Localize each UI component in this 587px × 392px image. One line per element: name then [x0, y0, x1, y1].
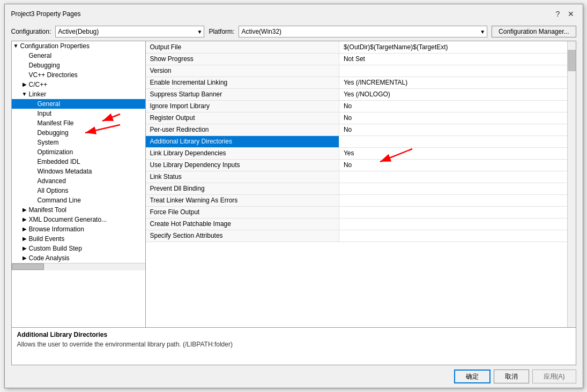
- config-select[interactable]: Active(Debug): [55, 26, 204, 37]
- table-row[interactable]: Ignore Import LibraryNo: [146, 100, 576, 112]
- table-row[interactable]: Force File Output: [146, 206, 576, 218]
- tree-expander-empty: [30, 139, 36, 146]
- tree-expander-empty: [30, 120, 36, 126]
- tree-scroll-thumb[interactable]: [12, 263, 44, 270]
- tree-horizontal-scrollbar[interactable]: [12, 263, 145, 270]
- tree-expander[interactable]: ▶: [21, 216, 28, 223]
- tree-item-label: Manifest File: [38, 119, 74, 127]
- table-row[interactable]: Link Status: [146, 171, 576, 183]
- prop-value[interactable]: Yes: [339, 147, 575, 159]
- table-row[interactable]: Enable Incremental LinkingYes (/INCREMEN…: [146, 77, 576, 88]
- table-row[interactable]: Create Hot Patchable Image: [146, 218, 576, 230]
- tree-expander-empty: [30, 159, 36, 165]
- prop-value[interactable]: [339, 183, 575, 194]
- tree-item-linker-manifest-file[interactable]: Manifest File: [12, 118, 145, 128]
- table-row[interactable]: Suppress Startup BannerYes (/NOLOGO): [146, 88, 576, 100]
- prop-value[interactable]: No: [339, 112, 575, 124]
- tree-item-xml-document-generator[interactable]: ▶XML Document Generato...: [12, 215, 145, 224]
- prop-value[interactable]: No: [339, 100, 575, 112]
- tree-item-linker-debugging[interactable]: Debugging: [12, 128, 145, 138]
- tree-item-general[interactable]: General: [12, 51, 145, 61]
- prop-value[interactable]: [339, 135, 575, 147]
- tree-item-linker-windows-metadata[interactable]: Windows Metadata: [12, 167, 145, 176]
- prop-value[interactable]: Not Set: [339, 53, 575, 65]
- tree-expander[interactable]: ▼: [13, 43, 19, 49]
- tree-expander[interactable]: ▶: [21, 255, 28, 261]
- tree-item-build-events[interactable]: ▶Build Events: [12, 234, 145, 244]
- table-row[interactable]: Specify Section Attributes: [146, 230, 576, 242]
- platform-label: Platform:: [209, 28, 234, 35]
- tree-item-debugging[interactable]: Debugging: [12, 61, 145, 70]
- table-row[interactable]: Show ProgressNot Set: [146, 53, 576, 65]
- tree-item-linker-advanced[interactable]: Advanced: [12, 176, 145, 186]
- props-scrollbar[interactable]: [567, 41, 576, 327]
- prop-value[interactable]: Yes (/NOLOGO): [339, 88, 575, 100]
- tree-item-manifest-tool[interactable]: ▶Manifest Tool: [12, 205, 145, 215]
- prop-value[interactable]: No: [339, 159, 575, 171]
- tree-item-linker-general[interactable]: General: [12, 99, 145, 109]
- tree-expander-empty: [30, 110, 36, 117]
- tree-expander[interactable]: ▼: [21, 91, 28, 97]
- configuration-manager-button[interactable]: Configuration Manager...: [492, 26, 576, 37]
- prop-name: Output File: [146, 41, 339, 53]
- platform-select[interactable]: Active(Win32): [239, 26, 487, 37]
- ok-button[interactable]: 确定: [454, 370, 491, 383]
- tree-item-linker-command-line[interactable]: Command Line: [12, 195, 145, 205]
- tree-item-label: VC++ Directories: [29, 71, 78, 79]
- tree-item-code-analysis[interactable]: ▶Code Analysis: [12, 253, 145, 263]
- apply-button[interactable]: 应用(A): [532, 370, 576, 383]
- table-row[interactable]: Version: [146, 65, 576, 77]
- tree-item-vc-directories[interactable]: VC++ Directories: [12, 70, 145, 80]
- tree-item-browse-information[interactable]: ▶Browse Information: [12, 224, 145, 234]
- table-row[interactable]: Register OutputNo: [146, 112, 576, 124]
- description-panel: Additional Library Directories Allows th…: [11, 328, 576, 365]
- help-button[interactable]: ?: [553, 9, 563, 19]
- table-row[interactable]: Per-user RedirectionNo: [146, 124, 576, 135]
- table-row[interactable]: Use Library Dependency InputsNo: [146, 159, 576, 171]
- table-row[interactable]: Link Library DependenciesYes: [146, 147, 576, 159]
- tree-expander[interactable]: ▶: [21, 226, 28, 232]
- tree-item-linker[interactable]: ▼Linker: [12, 89, 145, 99]
- table-row[interactable]: Additional Library Directories: [146, 135, 576, 147]
- tree-item-label: XML Document Generato...: [29, 216, 107, 223]
- main-content: ▼Configuration PropertiesGeneralDebuggin…: [11, 41, 576, 328]
- prop-value[interactable]: $(OutDir)$(TargetName)$(TargetExt): [339, 41, 575, 53]
- props-scrollbar-thumb[interactable]: [568, 50, 576, 71]
- prop-value[interactable]: [339, 194, 575, 206]
- cancel-button[interactable]: 取消: [494, 370, 529, 383]
- prop-value[interactable]: [339, 230, 575, 242]
- close-button[interactable]: ✕: [566, 9, 576, 19]
- table-row[interactable]: Treat Linker Warning As Errors: [146, 194, 576, 206]
- tree-expander[interactable]: ▶: [21, 81, 28, 88]
- tree-item-c-cpp[interactable]: ▶C/C++: [12, 80, 145, 89]
- description-title: Additional Library Directories: [17, 331, 570, 338]
- tree-expander[interactable]: ▶: [21, 207, 28, 213]
- tree-expander[interactable]: ▶: [21, 236, 28, 242]
- prop-value[interactable]: [339, 65, 575, 77]
- prop-name: Register Output: [146, 112, 339, 124]
- config-label: Configuration:: [11, 28, 51, 35]
- prop-name: Link Library Dependencies: [146, 147, 339, 159]
- tree-scroll-track: [12, 263, 145, 270]
- prop-value[interactable]: [339, 171, 575, 183]
- prop-value[interactable]: Yes (/INCREMENTAL): [339, 77, 575, 88]
- table-row[interactable]: Output File$(OutDir)$(TargetName)$(Targe…: [146, 41, 576, 53]
- tree-item-label: Optimization: [38, 148, 73, 156]
- prop-name: Suppress Startup Banner: [146, 88, 339, 100]
- table-row[interactable]: Prevent Dll Binding: [146, 183, 576, 194]
- prop-value[interactable]: [339, 206, 575, 218]
- tree-item-linker-embedded-idl[interactable]: Embedded IDL: [12, 157, 145, 167]
- tree-expander[interactable]: ▶: [21, 245, 28, 252]
- props-table: Output File$(OutDir)$(TargetName)$(Targe…: [146, 41, 576, 242]
- tree-item-linker-all-options[interactable]: All Options: [12, 186, 145, 195]
- prop-value[interactable]: [339, 218, 575, 230]
- tree-item-linker-input[interactable]: Input: [12, 109, 145, 118]
- tree-item-linker-optimization[interactable]: Optimization: [12, 147, 145, 157]
- tree-item-linker-system[interactable]: System: [12, 138, 145, 147]
- prop-name: Link Status: [146, 171, 339, 183]
- prop-name: Show Progress: [146, 53, 339, 65]
- tree-item-custom-build-step[interactable]: ▶Custom Build Step: [12, 244, 145, 253]
- dialog-title: Project3 Property Pages: [11, 10, 81, 18]
- prop-value[interactable]: No: [339, 124, 575, 135]
- tree-item-configuration-properties[interactable]: ▼Configuration Properties: [12, 41, 145, 51]
